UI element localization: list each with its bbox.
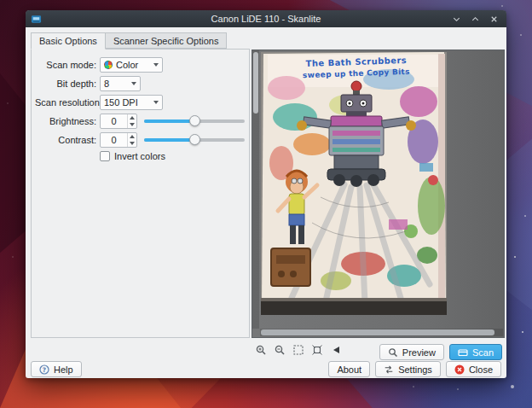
scanner-icon bbox=[458, 347, 468, 358]
window-title: Canon LiDE 110 - Skanlite bbox=[26, 14, 506, 24]
brightness-spinbox[interactable]: 0 bbox=[100, 114, 137, 129]
scanned-image[interactable]: The Bath Scrubbers sweep up the Copy Bit… bbox=[261, 52, 447, 315]
scan-resolution-select[interactable]: 150 DPI bbox=[100, 95, 163, 110]
tab-basic-options[interactable]: Basic Options bbox=[31, 32, 106, 50]
tab-bar: Basic Options Scanner Specific Options bbox=[31, 32, 226, 50]
settings-button-label: Settings bbox=[398, 364, 432, 375]
preview-vertical-scrollbar[interactable] bbox=[252, 50, 259, 329]
zoom-in-icon[interactable] bbox=[254, 343, 268, 357]
svg-text:?: ? bbox=[43, 365, 46, 373]
color-mode-icon bbox=[104, 61, 113, 69]
invert-colors-label: Invert colors bbox=[114, 151, 165, 161]
preview-button[interactable]: Preview bbox=[379, 344, 444, 360]
spin-down-icon[interactable] bbox=[130, 123, 135, 126]
scan-resolution-label: Scan resolution: bbox=[35, 97, 96, 108]
slider-fill bbox=[144, 138, 194, 142]
settings-button[interactable]: Settings bbox=[375, 361, 441, 377]
chevron-down-icon bbox=[153, 101, 159, 104]
vertical-scrollbar-thumb[interactable] bbox=[253, 52, 258, 114]
preview-toolbar bbox=[254, 343, 343, 357]
titlebar[interactable]: Canon LiDE 110 - Skanlite bbox=[26, 10, 506, 27]
scan-mode-select[interactable]: Color bbox=[100, 57, 163, 73]
zoom-selection-icon[interactable] bbox=[292, 343, 305, 357]
scan-mode-value: Color bbox=[116, 60, 138, 70]
clear-selection-icon[interactable] bbox=[329, 343, 343, 357]
brightness-value: 0 bbox=[101, 114, 127, 128]
wallpaper-stars bbox=[0, 0, 2, 2]
contrast-value: 0 bbox=[101, 133, 127, 147]
slider-handle[interactable] bbox=[189, 115, 200, 126]
brightness-label: Brightness: bbox=[35, 116, 96, 126]
bottom-bar: ? Help About Settings Close bbox=[31, 361, 501, 377]
horizontal-scrollbar-thumb[interactable] bbox=[261, 329, 494, 335]
basic-options-panel: Scan mode: Color Bit depth: 8 Scan resol… bbox=[31, 49, 250, 338]
help-icon: ? bbox=[39, 364, 49, 375]
close-window-button[interactable] bbox=[489, 15, 499, 24]
machine-drawing bbox=[271, 248, 310, 286]
contrast-spinbox[interactable]: 0 bbox=[100, 132, 137, 148]
spin-arrows[interactable] bbox=[127, 114, 136, 128]
bit-depth-label: Bit depth: bbox=[35, 79, 96, 89]
preview-actions: Preview Scan bbox=[379, 344, 502, 360]
preview-horizontal-scrollbar[interactable] bbox=[260, 329, 503, 336]
about-button[interactable]: About bbox=[328, 361, 370, 377]
tab-scanner-specific-options[interactable]: Scanner Specific Options bbox=[105, 32, 228, 49]
app-icon bbox=[31, 14, 42, 25]
spin-arrows[interactable] bbox=[127, 133, 136, 147]
spin-down-icon[interactable] bbox=[130, 142, 135, 145]
checkbox-icon[interactable] bbox=[100, 151, 110, 161]
brightness-slider[interactable] bbox=[144, 114, 245, 129]
settings-icon bbox=[384, 364, 394, 375]
contrast-slider[interactable] bbox=[144, 132, 245, 148]
close-icon bbox=[454, 364, 465, 375]
slider-handle[interactable] bbox=[189, 134, 200, 145]
help-button-label: Help bbox=[54, 364, 73, 375]
skanlite-window: Canon LiDE 110 - Skanlite Basic Options … bbox=[26, 10, 506, 378]
chevron-down-icon bbox=[131, 82, 136, 85]
close-button-label: Close bbox=[469, 364, 493, 375]
zoom-fit-icon[interactable] bbox=[310, 343, 324, 357]
maximize-button[interactable] bbox=[471, 15, 480, 24]
bit-depth-value: 8 bbox=[104, 79, 109, 89]
about-button-label: About bbox=[337, 364, 361, 375]
chevron-down-icon bbox=[153, 63, 159, 67]
spin-up-icon[interactable] bbox=[130, 135, 135, 138]
help-button[interactable]: ? Help bbox=[31, 361, 82, 377]
spin-up-icon[interactable] bbox=[130, 116, 135, 119]
bit-depth-select[interactable]: 8 bbox=[100, 76, 141, 91]
slider-fill bbox=[144, 119, 194, 123]
scan-resolution-value: 150 DPI bbox=[104, 97, 138, 108]
preview-button-label: Preview bbox=[402, 347, 436, 358]
scan-button-label: Scan bbox=[472, 347, 494, 358]
close-button[interactable]: Close bbox=[446, 361, 501, 377]
scan-button[interactable]: Scan bbox=[449, 344, 502, 360]
preview-magnifier-icon bbox=[388, 347, 398, 358]
scan-preview-canvas[interactable]: The Bath Scrubbers sweep up the Copy Bit… bbox=[252, 50, 505, 338]
contrast-label: Contrast: bbox=[35, 135, 96, 145]
invert-colors-checkbox[interactable]: Invert colors bbox=[100, 151, 246, 161]
zoom-out-icon[interactable] bbox=[273, 343, 286, 357]
minimize-button[interactable] bbox=[452, 15, 461, 24]
scan-mode-label: Scan mode: bbox=[35, 60, 96, 70]
